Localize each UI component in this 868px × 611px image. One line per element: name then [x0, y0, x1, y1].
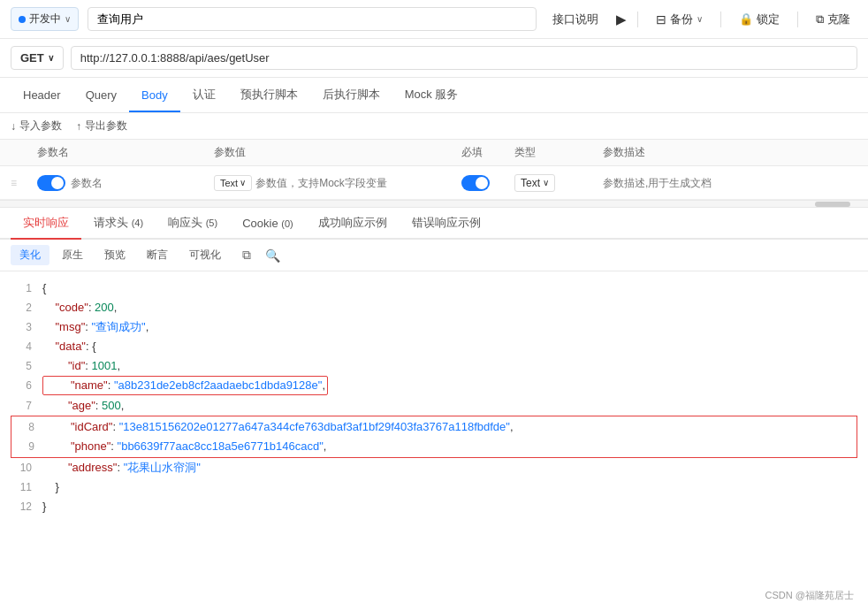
- rtab-reqh-label: 请求头: [94, 216, 128, 229]
- param-name-input[interactable]: [71, 177, 214, 189]
- url-bar: GET ∨: [0, 39, 868, 78]
- import-params-button[interactable]: ↓ 导入参数: [11, 118, 62, 134]
- params-table-header: 参数名 参数值 必填 类型 参数描述: [0, 140, 868, 166]
- method-select[interactable]: GET ∨: [11, 46, 64, 70]
- rtab-success-label: 成功响应示例: [318, 216, 387, 229]
- tab-auth[interactable]: 认证: [180, 78, 228, 113]
- divider: [637, 11, 638, 27]
- request-tabs: Header Query Body 认证 预执行脚本 后执行脚本 Mock 服务: [0, 78, 868, 113]
- export-params-button[interactable]: ↑ 导出参数: [76, 118, 127, 134]
- url-input[interactable]: [71, 46, 857, 70]
- required-toggle[interactable]: [461, 175, 490, 191]
- footer-watermark: CSDN @福隆苑居士: [765, 589, 854, 602]
- json-line-4: 4 "data": {: [11, 337, 857, 356]
- response-tabs: 实时响应 请求头 (4) 响应头 (5) Cookie (0) 成功响应示例 错…: [0, 208, 868, 240]
- docs-button[interactable]: 接口说明: [545, 8, 605, 31]
- export-arrow-icon: ↑: [76, 120, 81, 133]
- import-label: 导入参数: [19, 118, 62, 134]
- json-line-1: 1 {: [11, 279, 857, 298]
- tab-body[interactable]: Body: [129, 80, 180, 112]
- line-number: 2: [11, 299, 42, 317]
- vtab-raw[interactable]: 原生: [53, 245, 92, 265]
- vtab-visual[interactable]: 可视化: [180, 245, 230, 265]
- rtab-resh-badge: (5): [206, 218, 217, 228]
- line-number: 11: [11, 478, 42, 496]
- json-line-10: 10 "address": "花果山水帘洞": [11, 458, 857, 477]
- text-tag-chevron-icon: ∨: [240, 178, 246, 187]
- env-selector[interactable]: 开发中 ∨: [11, 7, 79, 31]
- line-number: 7: [11, 397, 42, 415]
- rtab-request-headers[interactable]: 请求头 (4): [81, 208, 156, 240]
- lock-button[interactable]: 🔒 锁定: [732, 8, 787, 31]
- json-viewer: 1 { 2 "code": 200, 3 "msg": "查询成功", 4 "d…: [0, 271, 868, 523]
- clone-button[interactable]: ⧉ 克隆: [809, 8, 857, 31]
- run-icon: ▶: [616, 11, 627, 27]
- param-name-cell: [37, 175, 214, 191]
- param-toggle[interactable]: [37, 175, 65, 191]
- lock-label: 锁定: [757, 11, 780, 27]
- scrollbar-area[interactable]: [0, 201, 868, 208]
- json-line-5: 5 "id": 1001,: [11, 356, 857, 376]
- vtab-assert[interactable]: 断言: [138, 245, 177, 265]
- search-icon[interactable]: 🔍: [260, 246, 286, 265]
- export-label: 导出参数: [85, 118, 127, 134]
- param-type-cell: Text ∨: [514, 174, 603, 192]
- json-line-2: 2 "code": 200,: [11, 298, 857, 317]
- divider3: [797, 11, 798, 27]
- param-required-cell: [461, 175, 514, 191]
- type-select[interactable]: Text ∨: [514, 174, 555, 192]
- watermark-text: CSDN @福隆苑居士: [765, 590, 854, 600]
- api-name-input[interactable]: [88, 7, 537, 31]
- line-number: 5: [11, 357, 42, 375]
- rtab-response-headers[interactable]: 响应头 (5): [156, 208, 230, 240]
- header-required: 必填: [461, 145, 514, 160]
- tab-query[interactable]: Query: [73, 80, 129, 112]
- scrollbar-thumb[interactable]: [815, 202, 850, 207]
- divider2: [720, 11, 721, 27]
- rtab-error-label: 错误响应示例: [412, 216, 481, 229]
- rtab-reqh-badge: (4): [132, 218, 143, 228]
- vtab-beautify[interactable]: 美化: [11, 245, 49, 265]
- line-number: 6: [11, 377, 42, 394]
- json-line-11: 11 }: [11, 477, 857, 497]
- json-line-7: 7 "age": 500,: [11, 396, 857, 416]
- param-value-input[interactable]: [255, 177, 461, 189]
- header-value: 参数值: [214, 145, 461, 160]
- line-number: 4: [11, 338, 42, 355]
- rtab-cookie-badge: (0): [281, 218, 293, 229]
- top-bar-actions: 接口说明 ▶ ⊟ 备份 ∨ 🔒 锁定 ⧉ 克隆: [545, 8, 857, 31]
- param-value-cell: Text ∨: [214, 175, 461, 191]
- tab-mock[interactable]: Mock 服务: [392, 78, 471, 113]
- env-dot: [19, 16, 26, 23]
- backup-chevron-icon: ∨: [697, 14, 703, 24]
- param-desc-input[interactable]: [603, 177, 857, 189]
- rtab-realtime-label: 实时响应: [23, 216, 69, 229]
- docs-label: 接口说明: [552, 11, 598, 27]
- json-line-3: 3 "msg": "查询成功",: [11, 317, 857, 337]
- line-number: 8: [13, 418, 45, 436]
- type-chevron-icon: ∨: [543, 178, 549, 187]
- tab-header[interactable]: Header: [11, 80, 73, 112]
- rtab-cookie-label: Cookie: [242, 217, 278, 230]
- vtab-preview[interactable]: 预览: [95, 245, 134, 265]
- rtab-error-example[interactable]: 错误响应示例: [400, 208, 493, 240]
- backup-icon: ⊟: [656, 12, 666, 27]
- text-type-tag[interactable]: Text ∨: [214, 175, 252, 191]
- tab-pre-script[interactable]: 预执行脚本: [228, 78, 310, 113]
- backup-button[interactable]: ⊟ 备份 ∨: [649, 8, 710, 31]
- lock-icon: 🔒: [739, 12, 753, 26]
- line-number: 9: [13, 438, 45, 455]
- line-number: 1: [11, 279, 42, 297]
- header-name: 参数名: [37, 145, 214, 160]
- rtab-realtime[interactable]: 实时响应: [11, 208, 81, 240]
- clone-label: 克隆: [827, 11, 850, 27]
- drag-handle[interactable]: ≡: [11, 177, 37, 189]
- tab-post-script[interactable]: 后执行脚本: [310, 78, 392, 113]
- rtab-cookie[interactable]: Cookie (0): [230, 210, 306, 239]
- copy-icon[interactable]: ⧉: [237, 245, 256, 265]
- run-button[interactable]: ▶: [616, 11, 627, 27]
- line-number: 12: [11, 498, 42, 516]
- line-number: 3: [11, 318, 42, 336]
- env-label: 开发中: [29, 11, 61, 27]
- rtab-success-example[interactable]: 成功响应示例: [306, 208, 400, 240]
